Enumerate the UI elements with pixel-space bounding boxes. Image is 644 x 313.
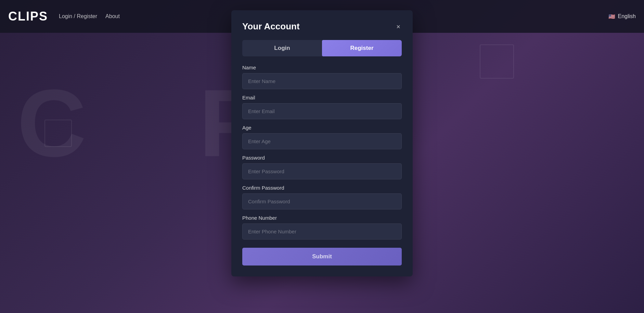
submit-button[interactable]: Submit: [242, 248, 402, 266]
tab-register[interactable]: Register: [322, 40, 402, 56]
modal-header: Your Account ×: [242, 21, 402, 32]
name-label: Name: [242, 65, 402, 70]
modal-tabs: Login Register: [242, 40, 402, 56]
email-input[interactable]: [242, 103, 402, 119]
phone-input[interactable]: [242, 223, 402, 240]
phone-label: Phone Number: [242, 215, 402, 221]
name-input[interactable]: [242, 73, 402, 89]
email-group: Email: [242, 95, 402, 119]
confirm-password-group: Confirm Password: [242, 185, 402, 209]
password-group: Password: [242, 155, 402, 179]
tab-login[interactable]: Login: [242, 40, 322, 56]
age-label: Age: [242, 125, 402, 131]
confirm-password-input[interactable]: [242, 193, 402, 209]
modal-overlay: Your Account × Login Register Name Email…: [0, 0, 644, 313]
age-group: Age: [242, 125, 402, 149]
name-group: Name: [242, 65, 402, 89]
age-input[interactable]: [242, 133, 402, 149]
password-label: Password: [242, 155, 402, 161]
account-modal: Your Account × Login Register Name Email…: [231, 10, 413, 276]
register-form: Name Email Age Password Confirm Password: [242, 65, 402, 266]
close-button[interactable]: ×: [395, 22, 402, 31]
password-input[interactable]: [242, 163, 402, 179]
modal-title: Your Account: [242, 21, 300, 32]
confirm-password-label: Confirm Password: [242, 185, 402, 191]
email-label: Email: [242, 95, 402, 100]
phone-group: Phone Number: [242, 215, 402, 240]
